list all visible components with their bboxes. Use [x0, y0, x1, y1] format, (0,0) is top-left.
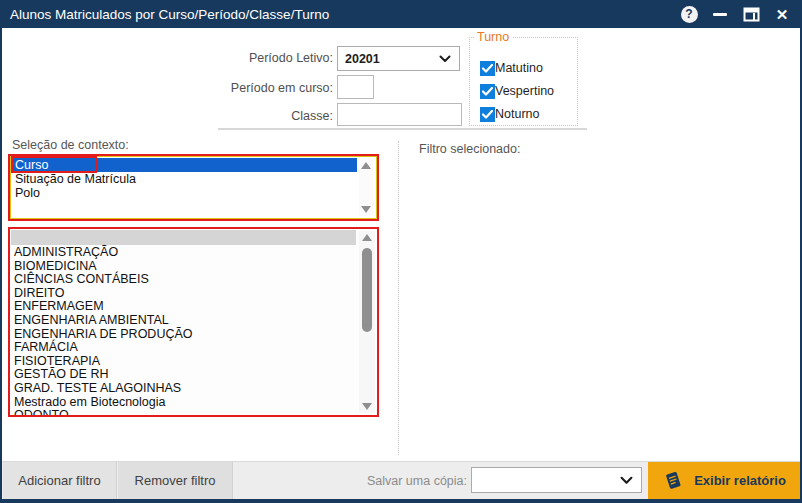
context-listbox-items: Curso Situação de Matrícula Polo: [12, 158, 357, 200]
panel-divider: [398, 141, 399, 455]
help-button[interactable]: ?: [678, 3, 700, 25]
show-report-label: Exibir relatório: [694, 473, 786, 488]
course-item[interactable]: GESTÃO DE RH: [12, 368, 356, 382]
context-option-curso[interactable]: Curso: [12, 158, 357, 172]
checkbox-checked-icon: [480, 61, 495, 76]
context-option-label: Curso: [15, 158, 48, 172]
periodo-em-curso-input[interactable]: [337, 75, 374, 99]
minimize-button[interactable]: [709, 3, 731, 25]
context-option-label: Polo: [15, 186, 40, 200]
save-copy-label: Salvar uma cópia:: [302, 474, 467, 488]
add-filter-label: Adicionar filtro: [18, 473, 100, 488]
context-option-polo[interactable]: Polo: [12, 186, 357, 200]
checkbox-checked-icon: [480, 84, 495, 99]
selected-filter-label: Filtro selecionado:: [419, 142, 520, 156]
help-icon: ?: [681, 6, 698, 23]
context-scrollbar[interactable]: [359, 159, 374, 216]
remove-filter-button[interactable]: Remover filtro: [118, 462, 233, 499]
dialog-window: Alunos Matriculados por Curso/Período/Cl…: [0, 0, 802, 503]
courses-listbox-items: ADMINISTRAÇÃO BIOMEDICINA CIÊNCIAS CONTÁ…: [12, 246, 356, 417]
context-listbox: Curso Situação de Matrícula Polo: [8, 154, 379, 221]
scroll-up-icon[interactable]: [361, 162, 371, 169]
periodo-em-curso-label: Período em curso:: [160, 81, 333, 95]
checkbox-matutino[interactable]: Matutino: [480, 60, 543, 76]
periodo-letivo-label: Período Letivo:: [160, 51, 333, 65]
window-border-left: [0, 0, 2, 503]
course-item[interactable]: CIÊNCIAS CONTÁBEIS: [12, 273, 356, 287]
window-title: Alunos Matriculados por Curso/Período/Cl…: [0, 7, 329, 22]
checkbox-label: Noturno: [495, 107, 539, 121]
course-item[interactable]: FARMÁCIA: [12, 341, 356, 355]
checkbox-checked-icon: [480, 107, 495, 122]
context-option-label: Situação de Matrícula: [15, 172, 136, 186]
course-item[interactable]: Mestrado em Biotecnologia: [12, 396, 356, 410]
periodo-letivo-select[interactable]: 20201: [337, 46, 460, 71]
minimize-icon: [713, 13, 727, 16]
titlebar-controls: ? ✕: [678, 3, 802, 25]
title-bar: Alunos Matriculados por Curso/Período/Cl…: [0, 0, 802, 28]
checkbox-noturno[interactable]: Noturno: [480, 106, 539, 122]
add-filter-button[interactable]: Adicionar filtro: [3, 462, 117, 499]
window-border-bottom: [0, 499, 802, 503]
course-item-blank-selected[interactable]: [11, 230, 356, 245]
scrollbar-thumb[interactable]: [362, 248, 372, 332]
turno-groupbox: Turno Matutino Vespertino Noturno: [469, 37, 578, 126]
form-divider: [218, 128, 587, 130]
save-copy-select[interactable]: [471, 467, 642, 493]
close-icon: ✕: [776, 7, 789, 22]
turno-legend: Turno: [474, 30, 512, 44]
courses-listbox: ADMINISTRAÇÃO BIOMEDICINA CIÊNCIAS CONTÁ…: [8, 227, 379, 417]
classe-label: Classe:: [160, 109, 333, 123]
course-item[interactable]: GRAD. TESTE ALAGOINHAS: [12, 382, 356, 396]
checkbox-vespertino[interactable]: Vespertino: [480, 83, 554, 99]
remove-filter-label: Remover filtro: [135, 473, 216, 488]
restore-window-icon: [743, 7, 760, 22]
course-item[interactable]: FISIOTERAPIA: [12, 355, 356, 369]
maximize-button[interactable]: [740, 3, 762, 25]
chevron-down-icon: [439, 55, 459, 63]
course-item[interactable]: ENFERMAGEM: [12, 300, 356, 314]
chevron-down-icon: [620, 476, 641, 485]
show-report-button[interactable]: Exibir relatório: [648, 462, 800, 499]
context-option-situacao-matricula[interactable]: Situação de Matrícula: [12, 172, 357, 186]
close-button[interactable]: ✕: [771, 3, 793, 25]
checkbox-label: Vespertino: [495, 84, 554, 98]
course-item[interactable]: ODONTO: [12, 409, 356, 417]
footer-bar: Adicionar filtro Remover filtro Salvar u…: [2, 461, 800, 499]
courses-scrollbar[interactable]: [359, 231, 375, 413]
scroll-down-icon[interactable]: [362, 403, 372, 410]
course-item[interactable]: DIREITO: [12, 287, 356, 301]
context-selection-label: Seleção de contexto:: [12, 138, 129, 152]
course-item[interactable]: ADMINISTRAÇÃO: [12, 246, 356, 260]
report-icon: [662, 470, 684, 492]
course-item[interactable]: ENGENHARIA AMBIENTAL: [12, 314, 356, 328]
classe-input[interactable]: [337, 103, 462, 126]
periodo-letivo-value: 20201: [338, 52, 380, 66]
scroll-up-icon[interactable]: [362, 234, 372, 241]
checkbox-label: Matutino: [495, 61, 543, 75]
scroll-down-icon[interactable]: [361, 206, 371, 213]
